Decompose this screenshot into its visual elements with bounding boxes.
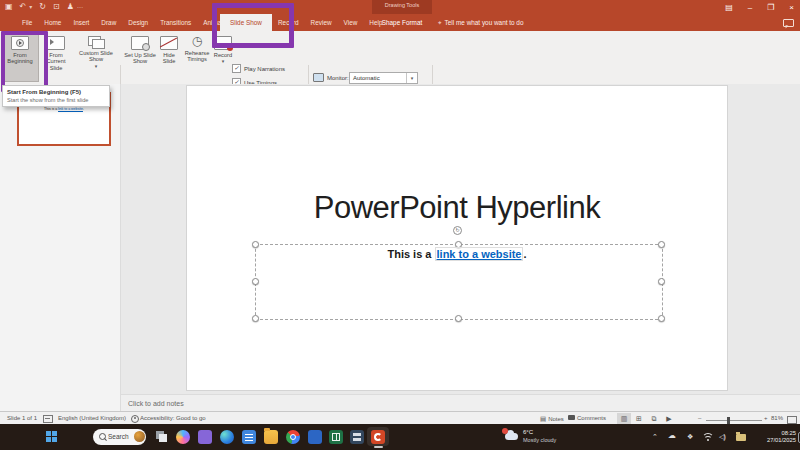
status-bar: Slide 1 of 1 English (United Kingdom) Ac…	[0, 411, 800, 424]
fit-to-window-icon[interactable]	[787, 416, 797, 424]
ribbon: From Beginning From Current Slide Custom…	[0, 31, 800, 85]
search-input[interactable]	[108, 433, 134, 440]
weather-alert-badge	[502, 428, 508, 434]
tab-review[interactable]: Review	[305, 19, 338, 26]
tab-design[interactable]: Design	[122, 19, 154, 26]
accessibility-icon	[131, 415, 139, 423]
tab-transitions[interactable]: Transitions	[154, 19, 197, 26]
contextual-tool-label: Drawing Tools	[372, 2, 432, 8]
minimize-icon[interactable]: –	[748, 3, 752, 12]
resize-handle-bottom-left[interactable]	[252, 315, 259, 322]
close-icon[interactable]: ×	[789, 3, 794, 12]
reading-view-button[interactable]: ⧉	[647, 413, 661, 424]
thumbnail-body: This is a link to a website.	[19, 107, 109, 111]
weather-widget[interactable]: 6°C Mostly cloudy	[523, 429, 556, 444]
notes-pane[interactable]: Click to add notes	[121, 394, 800, 411]
normal-view-button[interactable]: ▥	[617, 413, 631, 424]
rotate-handle-icon[interactable]: ↻	[453, 226, 462, 235]
slideshow-view-button[interactable]: ▶	[662, 413, 676, 424]
slide-body-text[interactable]: This is a link to a website.	[187, 248, 727, 260]
resize-handle-top-left[interactable]	[252, 241, 259, 248]
copilot-icon[interactable]	[176, 430, 190, 444]
notes-icon: ▤	[540, 415, 546, 423]
accessibility-status[interactable]: Accessibility: Good to go	[140, 415, 206, 421]
qat-overflow-icon[interactable]: ⋯	[77, 1, 83, 13]
resize-handle-bottom-right[interactable]	[658, 315, 665, 322]
dropbox-icon[interactable]: ❖	[687, 433, 693, 441]
onedrive-cloud-icon[interactable]: ☁	[668, 431, 676, 440]
slide-indicator: Slide 1 of 1	[7, 415, 37, 421]
resize-handle-mid-left[interactable]	[252, 278, 259, 285]
redo-icon[interactable]: ↻	[39, 1, 46, 13]
zoom-slider-track[interactable]	[706, 420, 762, 421]
slide-title-text[interactable]: PowerPoint Hyperlink	[187, 190, 727, 226]
tell-me-box[interactable]: ⌖ Tell me what you want to do	[438, 14, 523, 31]
wifi-icon[interactable]	[703, 433, 713, 441]
share-user-icon[interactable]: ♟	[67, 1, 74, 13]
resize-handle-mid-right[interactable]	[658, 278, 665, 285]
zoom-out-button[interactable]: –	[698, 415, 701, 421]
zoom-in-button[interactable]: +	[764, 415, 768, 421]
resize-handle-bottom-center[interactable]	[455, 315, 462, 322]
task-view-icon[interactable]	[155, 430, 169, 444]
proofing-icon[interactable]	[43, 415, 53, 423]
comments-panel-icon[interactable]	[783, 19, 794, 27]
tray-chevron-up-icon[interactable]: ⌃	[652, 433, 658, 441]
search-icon	[99, 433, 106, 440]
edge-browser-icon[interactable]	[220, 430, 234, 444]
language-indicator[interactable]: English (United Kingdom)	[58, 415, 126, 421]
set-up-slide-show-button[interactable]: Set Up Slide Show	[124, 33, 156, 81]
tray-folder-icon[interactable]	[736, 434, 746, 441]
powerpoint-active-indicator	[374, 446, 383, 448]
tab-shape-format[interactable]: Shape Format	[372, 14, 432, 31]
ribbon-tab-row: File Home Insert Draw Design Transitions…	[0, 14, 800, 31]
hyperlink-text[interactable]: link to a website	[437, 248, 522, 260]
tooltip-description: Start the show from the first slide	[7, 97, 105, 103]
start-button[interactable]	[46, 431, 58, 443]
powerpoint-icon[interactable]	[371, 430, 385, 444]
tab-view[interactable]: View	[338, 19, 364, 26]
from-current-slide-icon	[47, 36, 65, 50]
tooltip-title: Start From Beginning (F5)	[7, 89, 105, 95]
custom-slide-show-button[interactable]: Custom Slide Show ▾	[74, 33, 118, 81]
monitor-select[interactable]: Automatic ▾	[349, 72, 418, 84]
tab-home[interactable]: Home	[38, 19, 67, 26]
set-up-slide-show-icon	[131, 36, 149, 50]
slide-editing-area: PowerPoint Hyperlink ↻ This is a link to…	[121, 84, 800, 394]
slide-canvas[interactable]: PowerPoint Hyperlink ↻ This is a link to…	[187, 86, 727, 390]
excel-icon[interactable]	[329, 430, 343, 444]
volume-icon[interactable]: ◁)	[719, 433, 725, 441]
tab-draw[interactable]: Draw	[95, 19, 122, 26]
powerpoint-window: ▣ ↶ ▾ ↻ ⊡ ♟ ⋯ ▤ – ❐ × Drawing Tools File…	[0, 0, 800, 450]
weather-cloud-icon[interactable]	[505, 433, 518, 440]
windows-taskbar: 6°C Mostly cloudy ⌃ ☁ ❖ ◁) 08:25 27/01/2…	[0, 424, 800, 450]
notes-toggle[interactable]: ▤Notes	[540, 415, 564, 423]
hide-slide-button[interactable]: Hide Slide	[157, 33, 181, 81]
tellme-pin-icon: ⌖	[438, 19, 442, 27]
notes-app-icon[interactable]	[242, 430, 256, 444]
rehearse-timings-button[interactable]: ◷ Rehearse Timings	[182, 33, 212, 81]
tab-insert[interactable]: Insert	[67, 19, 95, 26]
start-from-beginning-qat-icon[interactable]: ⊡	[53, 1, 60, 13]
undo-icon[interactable]: ↶	[20, 1, 27, 13]
tab-file[interactable]: File	[16, 19, 38, 26]
taskbar-clock[interactable]: 08:25 27/01/2025	[756, 430, 796, 444]
ribbon-display-options-icon[interactable]: ▤	[725, 3, 733, 12]
play-narrations-checkbox[interactable]: ✓ Play Narrations	[232, 64, 285, 73]
save-icon[interactable]: ▣	[5, 1, 13, 13]
quick-access-toolbar: ▣ ↶ ▾ ↻ ⊡ ♟ ⋯	[5, 1, 83, 13]
zoom-level[interactable]: 81%	[771, 415, 783, 421]
resize-handle-top-right[interactable]	[658, 241, 665, 248]
restore-icon[interactable]: ❐	[767, 3, 774, 12]
taskbar-search[interactable]	[93, 429, 146, 445]
calculator-icon[interactable]	[350, 430, 364, 444]
blue-app-icon[interactable]	[308, 430, 322, 444]
file-explorer-icon[interactable]	[264, 430, 278, 444]
purple-app-icon[interactable]	[198, 430, 212, 444]
zoom-slider-thumb[interactable]	[727, 417, 730, 424]
comments-toggle[interactable]: Comments	[568, 415, 606, 421]
monitor-icon	[313, 73, 324, 82]
slide-sorter-view-button[interactable]: ⊞	[632, 413, 646, 424]
chrome-icon[interactable]	[286, 430, 300, 444]
undo-chevron-icon[interactable]: ▾	[29, 1, 32, 13]
